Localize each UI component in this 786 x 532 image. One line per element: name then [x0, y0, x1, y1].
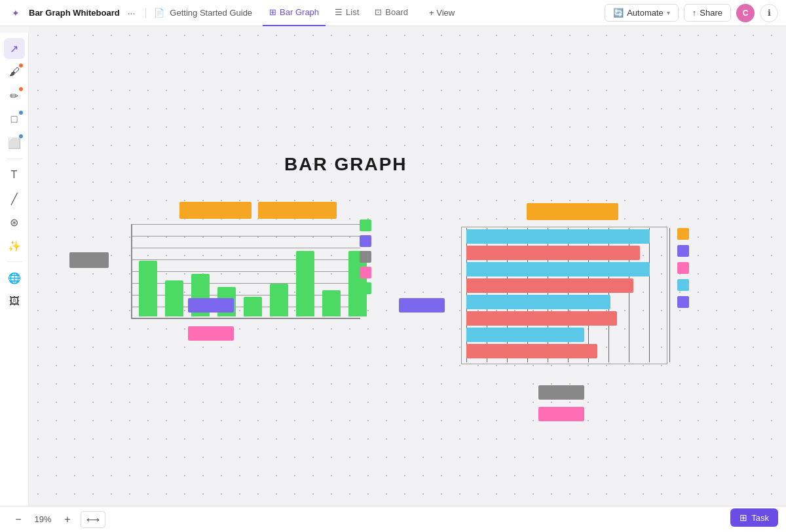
hbar-red-2 — [466, 278, 633, 293]
bar-graph-tab-icon: ⊞ — [269, 7, 276, 17]
vbar-8 — [322, 290, 341, 316]
legend-right — [677, 228, 689, 308]
tab-board[interactable]: ⊡ Board — [368, 0, 415, 26]
tool-pen[interactable]: ✏ — [4, 85, 25, 106]
tool-shape[interactable]: □ — [4, 109, 25, 130]
board-tab-icon: ⊡ — [375, 7, 382, 17]
left-chart-area — [131, 224, 360, 319]
toolbar-separator — [7, 159, 22, 159]
vline-10 — [649, 228, 650, 362]
tab-list[interactable]: ☰ List — [328, 0, 365, 26]
tab-list-label: List — [346, 7, 359, 17]
task-grid-icon: ⊞ — [739, 512, 747, 523]
green-bars-group — [139, 225, 367, 316]
legend-right-1 — [677, 228, 689, 240]
hbar-blue-3 — [466, 295, 610, 309]
vbar-2 — [165, 280, 183, 316]
tool-pen-dot — [19, 87, 23, 91]
share-icon: ↑ — [692, 8, 697, 18]
pink-bar-left — [188, 326, 234, 341]
zoom-in-button[interactable]: + — [60, 512, 75, 527]
automate-label: Automate — [627, 8, 664, 18]
top-navigation-bar: ✦ Bar Graph Whiteboard ··· 📄 Getting Sta… — [0, 0, 786, 26]
automate-button[interactable]: 🔄 Automate ▾ — [605, 4, 679, 22]
legend-left-4 — [360, 267, 371, 278]
vbar-7 — [296, 251, 314, 316]
orange-bar-left-1 — [179, 202, 252, 219]
gray-bar-right — [538, 385, 584, 400]
share-label: Share — [700, 8, 722, 18]
orange-bar-left-2 — [258, 202, 337, 219]
gray-bar-left — [69, 252, 109, 268]
nav-tabs: ⊞ Bar Graph ☰ List ⊡ Board — [263, 0, 415, 26]
tab-board-label: Board — [385, 7, 408, 17]
list-tab-icon: ☰ — [335, 7, 343, 17]
purple-bar-float — [399, 298, 445, 313]
hbar-blue-4 — [466, 328, 584, 342]
tool-sticky-dot — [19, 134, 23, 138]
tool-line[interactable]: ╱ — [4, 188, 25, 209]
legend-left — [360, 219, 371, 294]
app-icon: ✦ — [8, 5, 24, 21]
tool-sticky[interactable]: ⬜ — [4, 132, 25, 153]
tool-magic[interactable]: ✨ — [4, 235, 25, 256]
zoom-level: 19% — [31, 514, 54, 524]
task-button[interactable]: ⊞ Task — [730, 508, 778, 527]
tool-paint[interactable]: 🖌 — [4, 62, 25, 83]
hbar-blue-2 — [466, 262, 650, 276]
purple-bar-left — [188, 298, 234, 313]
fit-to-screen-button[interactable]: ⟷ — [81, 511, 105, 528]
more-button[interactable]: ··· — [125, 7, 138, 20]
add-view-button[interactable]: + View — [422, 5, 461, 20]
divider — [145, 8, 146, 18]
tool-cursor[interactable]: ↗ — [4, 38, 25, 59]
legend-right-4 — [677, 279, 689, 291]
vbar-5 — [244, 297, 262, 316]
task-label: Task — [751, 513, 769, 523]
zoom-out-button[interactable]: − — [10, 512, 26, 527]
hbar-blue-1 — [466, 229, 650, 244]
automate-icon: 🔄 — [613, 8, 624, 18]
doc-icon: 📄 — [154, 8, 164, 18]
chart-main-title: BAR GRAPH — [284, 154, 407, 175]
automate-chevron-icon: ▾ — [667, 9, 670, 16]
canvas[interactable]: BAR GRAPH — [29, 26, 786, 506]
vbar-1 — [139, 261, 157, 316]
board-title[interactable]: Bar Graph Whiteboard — [29, 8, 120, 18]
avatar: C — [736, 4, 755, 22]
legend-right-2 — [677, 245, 689, 257]
tab-bar-graph[interactable]: ⊞ Bar Graph — [263, 0, 326, 26]
tool-globe[interactable]: 🌐 — [4, 267, 25, 288]
tool-image[interactable]: 🖼 — [4, 291, 25, 312]
left-toolbar: ↗ 🖌 ✏ □ ⬜ T ╱ ⊛ ✨ 🌐 🖼 — [0, 33, 29, 532]
hbar-red-1 — [466, 246, 640, 260]
canvas-content: BAR GRAPH — [29, 26, 786, 506]
legend-right-3 — [677, 262, 689, 274]
orange-bar-right — [527, 203, 618, 220]
vline-11 — [669, 228, 670, 362]
vbar-6 — [270, 284, 288, 316]
legend-right-5 — [677, 296, 689, 308]
toolbar-separator-2 — [7, 261, 22, 262]
hbar-red-4 — [466, 344, 597, 358]
tab-bar-graph-label: Bar Graph — [280, 7, 319, 17]
share-button[interactable]: ↑ Share — [684, 4, 731, 22]
legend-left-3 — [360, 251, 371, 263]
legend-left-5 — [360, 282, 371, 294]
tool-text[interactable]: T — [4, 164, 25, 185]
getting-started-link[interactable]: Getting Started Guide — [170, 8, 252, 18]
tool-connect[interactable]: ⊛ — [4, 212, 25, 233]
hbar-red-3 — [466, 311, 617, 326]
tool-paint-dot — [19, 64, 23, 67]
legend-left-1 — [360, 219, 371, 231]
tool-shape-dot — [19, 111, 23, 115]
bottom-bar: − 19% + ⟷ ⊞ Task — [0, 506, 786, 532]
legend-left-2 — [360, 235, 371, 247]
topbar-right: 🔄 Automate ▾ ↑ Share C ℹ — [605, 4, 778, 22]
info-button[interactable]: ℹ — [760, 4, 778, 22]
pink-bar-right — [538, 407, 584, 421]
